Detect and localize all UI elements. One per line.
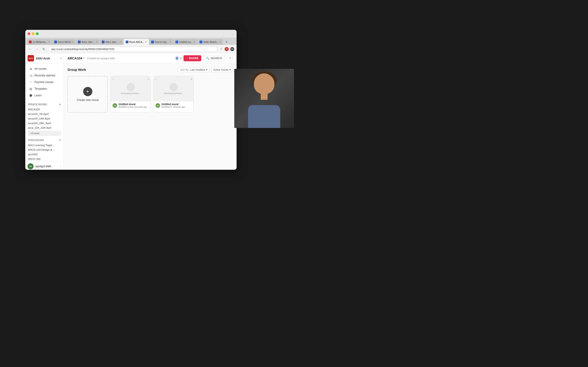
- share-button[interactable]: ↑ SHARE: [183, 55, 201, 61]
- room-arca104[interactable]: ARCA104: [25, 107, 64, 112]
- sort-controls: Sort By: Last modified ▾ Active murals ▾: [178, 67, 233, 72]
- top-bar-actions: 👤 2 ↑ SHARE 🔍 SEARCH ?: [175, 55, 233, 61]
- tab-2[interactable]: Room ARCD ✕: [52, 39, 76, 45]
- room-arcd103[interactable]: ARCD 103 Design & ...: [25, 148, 64, 152]
- tab-1[interactable]: (1) MDaemo... ✕: [27, 39, 52, 45]
- tab-favicon-2: [54, 41, 57, 43]
- tab-close-8[interactable]: ✕: [219, 41, 221, 43]
- mural-card-1[interactable]: ☆ ▾ Generating preview... AK: [111, 76, 151, 113]
- room-selector[interactable]: ARCA104 ▾: [68, 56, 85, 60]
- sidebar-label-all-murals: All murals: [35, 67, 47, 70]
- more-rooms-label: +5 more: [30, 132, 40, 135]
- preview-spinner-1: [127, 83, 135, 91]
- room-agu-learning[interactable]: AGU Learning Toget...: [25, 143, 64, 148]
- user-profile-section[interactable]: AK aysegul kidik ›: [25, 161, 64, 170]
- mural-avatar-initials-2: AK: [156, 105, 159, 107]
- sidebar: arch AGU Arch ▾ ⊞ All murals ◷ Recently …: [25, 53, 64, 170]
- clock-icon: ◷: [29, 74, 33, 77]
- more-rooms-button[interactable]: +5 more: [28, 131, 61, 135]
- share-label: SHARE: [189, 57, 199, 60]
- tab-4[interactable]: Adsız Jam ... ✕: [100, 39, 123, 45]
- tab-close-4[interactable]: ✕: [120, 41, 121, 43]
- add-private-room-button[interactable]: +: [59, 102, 61, 106]
- mural-avatar-1: AK: [112, 103, 117, 108]
- bookmark-icon[interactable]: ☆: [219, 47, 223, 51]
- preview-spinner-2: [170, 83, 178, 91]
- tab-close-5[interactable]: ✕: [145, 41, 147, 43]
- person-face: [254, 73, 275, 94]
- plus-symbol: +: [86, 89, 89, 94]
- tab-5[interactable]: Room ARCA... ✕: [124, 39, 149, 45]
- sidebar-item-templates[interactable]: ▤ Templates: [26, 85, 63, 92]
- room-selector-name: ARCA104: [68, 56, 82, 60]
- reload-button[interactable]: ↻: [41, 47, 46, 52]
- address-text: app.mural.co/abdullahguniversity9909/r/1…: [51, 48, 114, 50]
- sort-dropdown[interactable]: Sort By: Last modified ▾: [178, 67, 209, 72]
- user-chevron-icon: ›: [61, 165, 61, 168]
- tab-label-8: Selfie Sketch...: [203, 41, 219, 43]
- graduation-icon: 🎓: [29, 94, 33, 97]
- sidebar-item-recently-opened[interactable]: ◷ Recently opened: [26, 72, 63, 79]
- room-7th-april[interactable]: arca104_7th April: [25, 112, 64, 116]
- search-button[interactable]: 🔍 SEARCH: [203, 55, 225, 61]
- sidebar-item-favorite-murals[interactable]: ♡ Favorite murals: [26, 79, 63, 85]
- created-by-text: Created by aysegul kidik: [87, 57, 172, 60]
- tab-close-1[interactable]: ✕: [48, 41, 50, 43]
- sort-by-value: Last modified: [190, 68, 205, 71]
- tab-close-3[interactable]: ✕: [96, 41, 98, 43]
- video-overlay: [234, 69, 294, 128]
- room-label-arch302: ARCH 302: [28, 158, 41, 160]
- mural-modified-1: Modified a few seconds ago: [119, 106, 149, 108]
- title-bar: [25, 30, 237, 38]
- room-arch302[interactable]: ARCH 302: [25, 157, 64, 161]
- user-profile-a[interactable]: A: [225, 47, 229, 51]
- room-14th-april[interactable]: arca104_14th April: [25, 116, 64, 121]
- org-name: AGU Arch: [36, 57, 58, 60]
- minimize-button[interactable]: [32, 32, 35, 35]
- mural-avatar-initials-1: AK: [113, 105, 116, 107]
- tab-3[interactable]: Adsız Jam ... ✕: [76, 39, 99, 45]
- tab-close-7[interactable]: ✕: [194, 41, 195, 43]
- filter-dropdown[interactable]: Active murals ▾: [211, 67, 233, 72]
- tab-close-2[interactable]: ✕: [72, 41, 74, 43]
- add-open-room-button[interactable]: +: [59, 138, 61, 142]
- sort-chevron-icon: ▾: [206, 68, 208, 71]
- open-rooms-section: OPEN ROOMS +: [25, 136, 64, 143]
- mural-preview-overlay-1: Generating preview...: [111, 76, 150, 101]
- preview-generating-2: Generating preview...: [164, 92, 183, 94]
- forward-button[interactable]: →: [35, 47, 40, 52]
- close-button[interactable]: [27, 32, 30, 35]
- tab-close-6[interactable]: ✕: [170, 41, 171, 43]
- tab-8[interactable]: Selfie Sketch... ✕: [198, 39, 223, 45]
- tab-label-2: Room ARCD: [58, 41, 71, 43]
- tab-label-3: Adsız Jam ...: [82, 41, 95, 43]
- new-tab-button[interactable]: +: [224, 39, 229, 45]
- content-area: Group Work Sort By: Last modified ▾ Acti…: [64, 63, 237, 170]
- room-15th-april[interactable]: arca_104_15th April: [25, 125, 64, 130]
- main-content: ARCA104 ▾ Created by aysegul kidik 👤 2 ↑…: [64, 53, 237, 170]
- tab-favicon-7: [175, 41, 178, 43]
- mural-title-1: Untitled mural: [119, 103, 149, 106]
- mural-card-2[interactable]: ☆ ▾ Generating preview... AK: [153, 76, 194, 113]
- room-arch402[interactable]: arch402: [25, 152, 64, 157]
- filter-label: Active murals: [213, 68, 229, 71]
- user-profile-b[interactable]: •••: [230, 47, 234, 51]
- sidebar-item-all-murals[interactable]: ⊞ All murals: [26, 66, 63, 72]
- help-button[interactable]: ?: [227, 55, 233, 61]
- tab-7[interactable]: Untitled mu... ✕: [174, 39, 197, 45]
- tab-label-4: Adsız Jam ...: [105, 41, 119, 43]
- room-29th-april[interactable]: arca104_29th_April: [25, 121, 64, 125]
- org-selector[interactable]: arch AGU Arch ▾: [25, 53, 64, 64]
- heart-icon: ♡: [29, 80, 33, 84]
- share-icon: ↑: [186, 57, 188, 60]
- sidebar-label-templates: Templates: [35, 87, 47, 90]
- video-placeholder: [234, 69, 294, 128]
- room-label-29th-april: arca104_29th_April: [28, 122, 51, 125]
- sidebar-item-learn[interactable]: 🎓 Learn: [26, 92, 63, 99]
- mural-grid: + Create new mural ☆ ▾: [68, 76, 233, 113]
- tab-6[interactable]: How to Use... ✕: [149, 39, 173, 45]
- back-button[interactable]: ←: [27, 47, 33, 52]
- create-new-mural-card[interactable]: + Create new mural: [68, 76, 108, 113]
- maximize-button[interactable]: [36, 32, 39, 35]
- address-input[interactable]: app.mural.co/abdullahguniversity9909/r/1…: [48, 46, 217, 52]
